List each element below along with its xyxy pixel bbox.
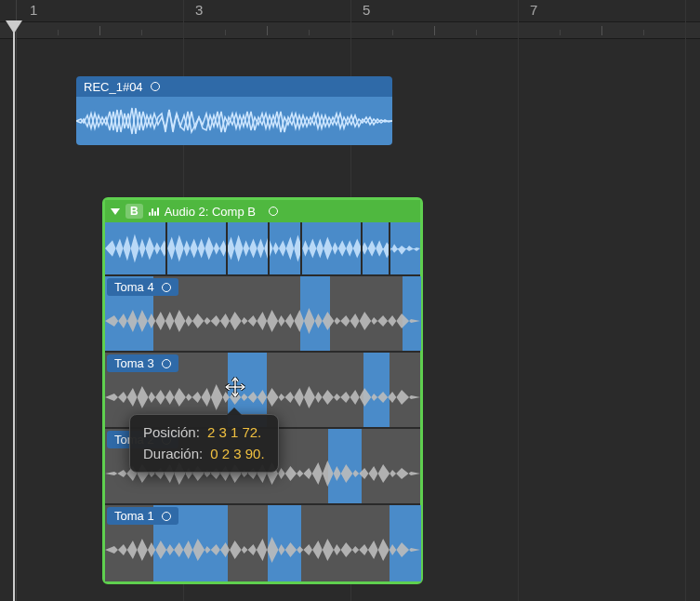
take-name: Toma 4 bbox=[114, 280, 154, 294]
take-name: Toma 3 bbox=[114, 356, 154, 370]
loop-icon bbox=[162, 283, 171, 292]
take-label[interactable]: Toma 1 bbox=[107, 507, 178, 525]
take-label[interactable]: Toma 3 bbox=[107, 354, 178, 372]
take-label[interactable]: Toma 4 bbox=[107, 278, 178, 296]
loop-icon bbox=[162, 359, 171, 368]
grid-line bbox=[518, 0, 519, 601]
playhead[interactable] bbox=[13, 20, 15, 601]
tooltip-position-label: Posición: bbox=[143, 422, 200, 444]
grid-line bbox=[16, 0, 17, 601]
take-waveform[interactable] bbox=[105, 375, 420, 420]
take-folder[interactable]: B Audio 2: Comp B Toma 4 bbox=[102, 197, 423, 584]
loop-icon bbox=[162, 512, 171, 521]
ruler-mark: 3 bbox=[195, 2, 203, 18]
position-tooltip: Posición: 2 3 1 72. Duración: 0 2 3 90. bbox=[129, 414, 279, 473]
take-folder-title: Audio 2: Comp B bbox=[165, 205, 256, 219]
ruler-mark: 7 bbox=[530, 2, 537, 18]
clip-waveform[interactable] bbox=[76, 97, 392, 145]
tooltip-duration-label: Duración: bbox=[143, 444, 203, 465]
take-waveform[interactable] bbox=[105, 528, 420, 572]
comp-badge[interactable]: B bbox=[125, 204, 143, 219]
take-folder-header[interactable]: B Audio 2: Comp B bbox=[105, 200, 420, 222]
comp-track[interactable] bbox=[105, 222, 420, 276]
ruler-mark: 5 bbox=[363, 2, 370, 18]
loop-icon bbox=[151, 82, 160, 91]
grid-line bbox=[685, 0, 686, 601]
take-waveform[interactable] bbox=[105, 299, 420, 343]
loop-icon bbox=[269, 207, 278, 216]
clip-header[interactable]: REC_1#04 bbox=[76, 76, 392, 97]
tooltip-position-value: 2 3 1 72. bbox=[207, 422, 261, 444]
take-lane[interactable]: Toma 1 bbox=[105, 505, 420, 581]
tooltip-duration-value: 0 2 3 90. bbox=[210, 444, 264, 465]
take-lane[interactable]: Toma 4 bbox=[105, 276, 420, 353]
audio-clip-main[interactable]: REC_1#04 bbox=[76, 76, 392, 145]
disclosure-triangle-icon[interactable] bbox=[111, 208, 120, 215]
ruler-mark: 1 bbox=[30, 2, 37, 18]
clip-name: REC_1#04 bbox=[84, 80, 143, 94]
take-name: Toma 1 bbox=[114, 509, 154, 523]
flex-icon[interactable] bbox=[149, 207, 159, 216]
